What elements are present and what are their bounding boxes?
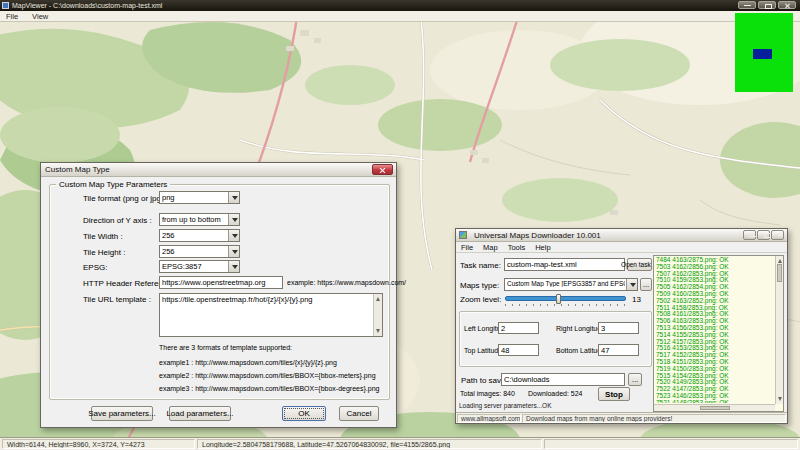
example1-text: example1 : http://www.mapsdown.com/tiles… — [159, 359, 337, 366]
status-spacer — [544, 439, 798, 449]
current-tile-marker — [753, 49, 772, 59]
cmt-close-icon[interactable] — [372, 164, 393, 175]
tile-format-select[interactable]: png — [159, 191, 240, 204]
tile-width-select[interactable]: 256 — [159, 229, 240, 242]
main-titlebar: MapViewer - C:\downloads\custom-map-test… — [0, 0, 800, 11]
cmt-title: Custom Map Type — [41, 165, 110, 174]
log-entry: 7521 4148/2853.png: OK — [656, 400, 774, 403]
app-icon — [2, 2, 9, 9]
umd-app-icon — [459, 231, 467, 239]
main-menubar: File View — [0, 11, 800, 22]
scroll-down-icon[interactable] — [376, 329, 380, 333]
menu-view[interactable]: View — [32, 12, 48, 21]
template-textarea[interactable]: https://tile.openstreetmap.fr/hot/{z}/{x… — [159, 293, 383, 337]
cancel-button[interactable]: Cancel — [339, 406, 379, 421]
tile-width-label: Tile Width : — [83, 232, 123, 241]
menu-file[interactable]: File — [6, 12, 18, 21]
zoom-level-label: Zoom level: — [460, 295, 501, 304]
downloaded-text: Downloaded: 524 — [528, 390, 583, 397]
formats-note: There are 3 formats of template supporte… — [159, 344, 292, 351]
umd-menu-map[interactable]: Map — [483, 243, 498, 252]
scroll-down-icon[interactable] — [778, 397, 782, 401]
bottom-latitude-input[interactable]: 47 — [598, 344, 639, 356]
save-parameters-button[interactable]: Save parameters... — [91, 406, 153, 421]
template-label: Tile URL template : — [83, 295, 151, 304]
umd-statusbar: www.allmapsoft.com Download maps from ma… — [456, 412, 787, 423]
status-dimensions: Width=6144, Height=8960, X=3724, Y=4273 — [2, 439, 195, 449]
tile-format-label: Tile format (png or jpg): — [83, 194, 166, 203]
coords-groupbox — [459, 311, 652, 367]
umd-maximize-icon[interactable] — [757, 230, 770, 240]
screen: { "colors": { "overlay_green": "#0ae00a"… — [0, 0, 800, 450]
open-task-button[interactable]: Open task ... — [627, 258, 652, 271]
zoom-slider-ticks — [505, 304, 626, 306]
scroll-up-icon[interactable] — [376, 297, 380, 301]
umd-menu-file[interactable]: File — [461, 243, 473, 252]
total-images-text: Total images: 840 — [460, 390, 515, 397]
download-log-panel[interactable]: 7484 4163/2875.png: OK7503 4162/2856.png… — [653, 255, 784, 412]
chevron-down-icon[interactable] — [228, 192, 239, 203]
template-scrollbar[interactable] — [373, 294, 382, 336]
cmt-group-label: Custom Map Type Parameters — [56, 180, 170, 189]
example2-text: example2 : http://www.mapsdown.com/tiles… — [159, 372, 376, 379]
y-axis-direction-label: Direction of Y axis : — [83, 216, 152, 225]
umd-titlebar[interactable]: Universal Maps Downloader 10.001 — [456, 229, 787, 242]
path-to-save-input[interactable]: C:\downloads — [501, 373, 625, 386]
tile-height-select[interactable]: 256 — [159, 245, 240, 258]
template-value: https://tile.openstreetmap.fr/hot/{z}/{x… — [162, 295, 313, 304]
scroll-up-icon[interactable] — [778, 259, 782, 263]
umd-status-tagline: Download maps from many online maps prov… — [522, 414, 786, 423]
umd-minimize-icon[interactable] — [743, 230, 756, 240]
stop-button[interactable]: Stop — [598, 387, 630, 401]
maximize-icon[interactable] — [758, 1, 776, 9]
referer-label: HTTP Header Referer : — [83, 279, 166, 288]
umd-menu-help[interactable]: Help — [535, 243, 550, 252]
tile-height-label: Tile Height : — [83, 248, 125, 257]
download-area-overlay — [735, 13, 793, 92]
download-log: 7484 4163/2875.png: OK7503 4162/2856.png… — [656, 257, 774, 403]
epsg-label: EPSG: — [83, 263, 107, 272]
maps-type-label: Maps type: — [460, 281, 499, 290]
umd-menubar: File Map Tools Help — [456, 242, 787, 253]
task-name-input[interactable]: custom-map-test.xml — [504, 258, 625, 271]
log-horizontal-scrollbar[interactable] — [654, 404, 775, 411]
downloader-window: Universal Maps Downloader 10.001 File Ma… — [455, 228, 788, 424]
path-browse-button[interactable]: ... — [628, 373, 642, 386]
load-parameters-button[interactable]: Load parameters... — [169, 406, 231, 421]
referer-example: example: https://www.mapsdown.com/ — [287, 279, 406, 286]
scrollbar-thumb[interactable] — [700, 406, 730, 410]
umd-status-website: www.allmapsoft.com — [457, 414, 521, 423]
maps-type-select[interactable]: Custom Map Type [EPSG3857 and EPSG4326 s… — [504, 278, 638, 291]
main-statusbar: Width=6144, Height=8960, X=3724, Y=4273 … — [0, 437, 800, 450]
epsg-select[interactable]: EPSG:3857 — [159, 260, 240, 273]
maps-type-browse-button[interactable]: ... — [640, 278, 652, 291]
loading-status-text: Loading server parameters...OK — [459, 402, 552, 409]
chevron-down-icon[interactable] — [626, 279, 637, 290]
main-window-title: MapViewer - C:\downloads\custom-map-test… — [12, 1, 162, 10]
y-axis-direction-select[interactable]: from up to bottom — [159, 213, 240, 226]
right-longitude-input[interactable]: 3 — [598, 322, 639, 334]
chevron-down-icon[interactable] — [228, 261, 239, 272]
zoom-level-value: 13 — [632, 295, 641, 304]
minimize-icon[interactable] — [738, 1, 756, 9]
left-longitude-input[interactable]: 2 — [498, 322, 539, 334]
scrollbar-thumb[interactable] — [777, 264, 782, 282]
umd-close-icon[interactable] — [771, 230, 784, 240]
zoom-slider-thumb[interactable] — [556, 294, 561, 304]
task-name-label: Task name: — [460, 261, 501, 270]
cmt-titlebar[interactable]: Custom Map Type — [41, 163, 396, 177]
chevron-down-icon[interactable] — [228, 214, 239, 225]
ok-button[interactable]: OK — [282, 406, 326, 421]
chevron-down-icon[interactable] — [228, 246, 239, 257]
umd-menu-tools[interactable]: Tools — [508, 243, 526, 252]
close-icon[interactable] — [778, 1, 796, 9]
chevron-down-icon[interactable] — [228, 230, 239, 241]
zoom-slider[interactable] — [505, 296, 626, 301]
top-latitude-input[interactable]: 48 — [498, 344, 539, 356]
log-vertical-scrollbar[interactable] — [775, 256, 783, 404]
custom-map-type-dialog: Custom Map Type Custom Map Type Paramete… — [40, 162, 397, 428]
referer-input[interactable]: https://www.openstreetmap.org — [159, 276, 283, 289]
umd-title: Universal Maps Downloader 10.001 — [470, 231, 601, 240]
example3-text: example3 : http://www.mapsdown.com/tiles… — [159, 385, 379, 392]
status-coordinates: Longitude=2.5804758179688, Latitude=47.5… — [197, 439, 542, 449]
